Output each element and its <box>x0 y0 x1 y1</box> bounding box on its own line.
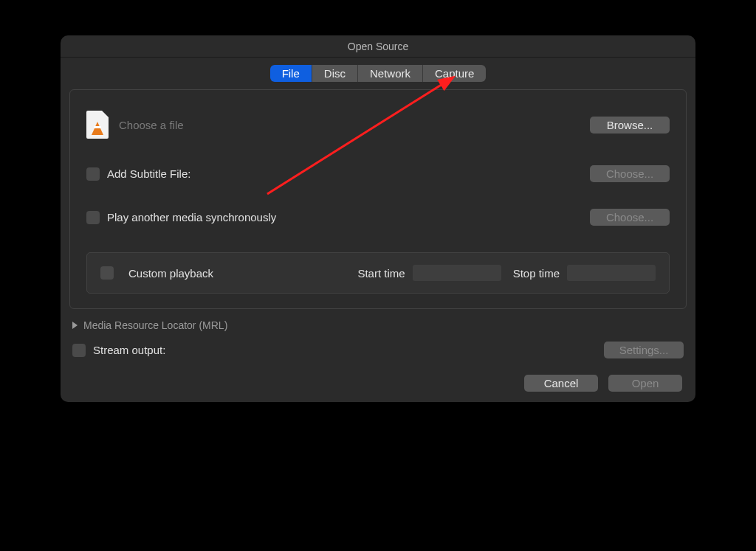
sync-media-row: Play another media synchronously Choose.… <box>86 209 670 226</box>
start-time-input[interactable] <box>413 265 501 281</box>
tab-capture[interactable]: Capture <box>423 65 486 82</box>
sync-media-choose-button[interactable]: Choose... <box>590 209 670 226</box>
file-icon <box>86 111 109 139</box>
open-button[interactable]: Open <box>608 375 682 392</box>
sync-media-label: Play another media synchronously <box>107 211 590 223</box>
sync-media-checkbox[interactable] <box>86 211 100 224</box>
custom-playback-panel: Custom playback Start time Stop time <box>86 252 670 294</box>
stream-output-row: Stream output: Settings... <box>72 342 684 358</box>
start-time-label: Start time <box>357 267 405 280</box>
dialog-footer: Cancel Open <box>69 375 687 392</box>
subtitle-row: Add Subtitle File: Choose... <box>86 165 670 182</box>
stop-time-label: Stop time <box>513 267 560 280</box>
titlebar: Open Source <box>61 35 695 58</box>
stop-time-input[interactable] <box>567 265 656 281</box>
subtitle-checkbox[interactable] <box>86 167 100 181</box>
dialog-content: File Disc Network Capture Choose a file … <box>61 65 695 402</box>
stream-output-checkbox[interactable] <box>72 344 86 357</box>
disclosure-triangle-icon <box>72 322 78 329</box>
tab-network[interactable]: Network <box>358 65 423 82</box>
tab-group: File Disc Network Capture <box>270 65 487 82</box>
main-panel: Choose a file Browse... Add Subtitle Fil… <box>69 89 687 309</box>
choose-file-placeholder: Choose a file <box>119 119 590 131</box>
custom-playback-checkbox[interactable] <box>100 266 114 280</box>
browse-button[interactable]: Browse... <box>590 117 670 134</box>
mrl-label: Media Resource Locator (MRL) <box>83 319 227 331</box>
mrl-disclosure[interactable]: Media Resource Locator (MRL) <box>72 319 687 331</box>
open-source-dialog: Open Source File Disc Network Capture Ch… <box>61 35 695 402</box>
tab-file[interactable]: File <box>270 65 312 82</box>
tab-bar: File Disc Network Capture <box>69 65 687 82</box>
subtitle-choose-button[interactable]: Choose... <box>590 165 670 182</box>
tab-disc[interactable]: Disc <box>312 65 358 82</box>
stream-settings-button[interactable]: Settings... <box>604 342 684 358</box>
window-title: Open Source <box>348 41 409 52</box>
subtitle-label: Add Subtitle File: <box>107 167 590 180</box>
choose-file-row: Choose a file Browse... <box>86 111 670 139</box>
custom-playback-label: Custom playback <box>128 267 213 280</box>
cancel-button[interactable]: Cancel <box>524 375 598 392</box>
stream-output-label: Stream output: <box>93 344 604 356</box>
vlc-cone-icon <box>92 122 103 135</box>
